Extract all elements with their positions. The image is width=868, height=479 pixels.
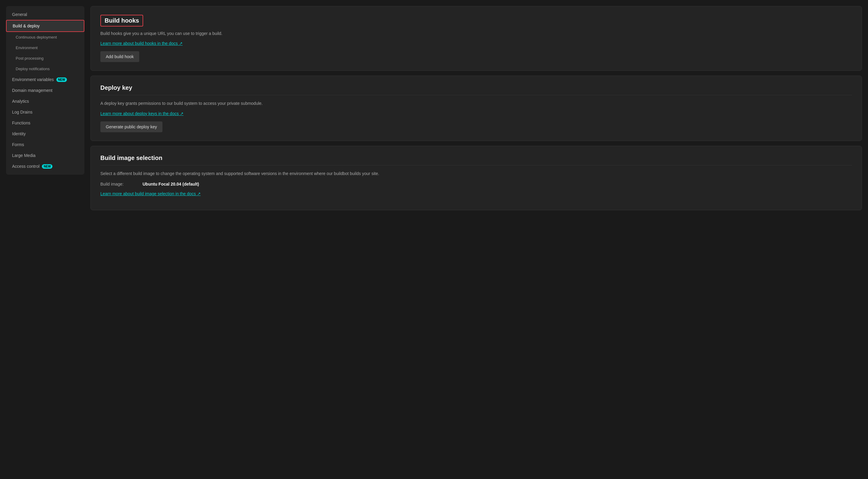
sidebar-item-access-control[interactable]: Access controlNew [6, 161, 84, 172]
generate-deploy-key-button[interactable]: Generate public deploy key [100, 121, 162, 132]
main-content: Build hooks Build hooks give you a uniqu… [90, 6, 862, 473]
deploy-key-description: A deploy key grants permissions to our b… [100, 100, 852, 107]
deploy-key-title: Deploy key [100, 84, 132, 91]
sidebar-item-continuous-deployment[interactable]: Continuous deployment [6, 32, 84, 42]
sidebar-item-label-analytics: Analytics [12, 99, 29, 104]
sidebar-item-label-environment: Environment [16, 45, 38, 50]
build-image-title: Build image selection [100, 155, 162, 161]
sidebar-item-functions[interactable]: Functions [6, 118, 84, 128]
add-build-hook-button[interactable]: Add build hook [100, 51, 139, 62]
sidebar-item-domain-management[interactable]: Domain management [6, 85, 84, 96]
build-hooks-description: Build hooks give you a unique URL you ca… [100, 30, 852, 37]
sidebar-item-build-deploy[interactable]: Build & deploy [6, 20, 84, 32]
sidebar-item-environment-variables[interactable]: Environment variablesNew [6, 74, 84, 85]
sidebar-item-deploy-notifications[interactable]: Deploy notifications [6, 64, 84, 74]
sidebar-item-label-access-control: Access control [12, 164, 39, 169]
badge-access-control: New [42, 164, 53, 169]
sidebar-item-label-log-drains: Log Drains [12, 110, 33, 115]
sidebar-item-label-post-processing: Post processing [16, 56, 44, 61]
sidebar-item-label-build-deploy: Build & deploy [13, 24, 40, 28]
sidebar: GeneralBuild & deployContinuous deployme… [6, 6, 84, 175]
sidebar-item-label-environment-variables: Environment variables [12, 77, 54, 82]
sidebar-item-general[interactable]: General [6, 9, 84, 20]
build-image-docs-link[interactable]: Learn more about build image selection i… [100, 191, 201, 196]
build-image-label: Build image: [100, 182, 136, 187]
sidebar-item-label-forms: Forms [12, 142, 24, 147]
sidebar-item-label-general: General [12, 12, 27, 17]
sidebar-item-label-continuous-deployment: Continuous deployment [16, 35, 57, 39]
sidebar-item-identity[interactable]: Identity [6, 128, 84, 139]
build-image-value: Ubuntu Focal 20.04 (default) [143, 182, 199, 187]
build-hooks-title: Build hooks [100, 15, 143, 27]
sidebar-item-large-media[interactable]: Large Media [6, 150, 84, 161]
sidebar-item-label-large-media: Large Media [12, 153, 36, 158]
sidebar-item-label-identity: Identity [12, 131, 26, 136]
build-image-row: Build image: Ubuntu Focal 20.04 (default… [100, 182, 852, 187]
build-hooks-docs-link[interactable]: Learn more about build hooks in the docs… [100, 41, 183, 46]
sidebar-item-label-deploy-notifications: Deploy notifications [16, 67, 50, 71]
build-image-section: Build image selection Select a different… [90, 146, 862, 210]
sidebar-item-label-functions: Functions [12, 121, 30, 125]
sidebar-item-log-drains[interactable]: Log Drains [6, 107, 84, 118]
deploy-key-docs-link[interactable]: Learn more about deploy keys in the docs… [100, 111, 184, 116]
sidebar-item-label-domain-management: Domain management [12, 88, 53, 93]
build-hooks-section: Build hooks Build hooks give you a uniqu… [90, 6, 862, 71]
sidebar-item-forms[interactable]: Forms [6, 139, 84, 150]
build-image-description: Select a different build image to change… [100, 170, 852, 177]
sidebar-item-post-processing[interactable]: Post processing [6, 53, 84, 64]
deploy-key-section: Deploy key A deploy key grants permissio… [90, 75, 862, 141]
sidebar-item-environment[interactable]: Environment [6, 42, 84, 53]
sidebar-item-analytics[interactable]: Analytics [6, 96, 84, 107]
badge-environment-variables: New [56, 77, 67, 82]
